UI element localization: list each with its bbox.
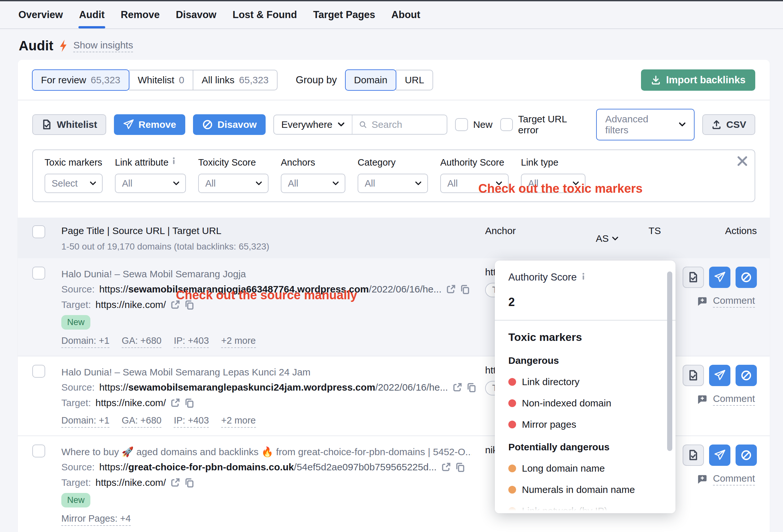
external-link-icon[interactable] <box>170 478 180 488</box>
popup-scrollbar[interactable] <box>667 272 672 451</box>
top-nav: Overview Audit Remove Disavow Lost & Fou… <box>0 1 783 29</box>
segment-for-review[interactable]: For review 65,323 <box>32 69 129 91</box>
copy-icon[interactable] <box>460 284 470 294</box>
nav-tab-audit[interactable]: Audit <box>79 2 105 28</box>
chevron-down-icon <box>679 122 686 127</box>
group-by-segments: Domain URL <box>345 70 433 90</box>
comment-link[interactable]: Comment <box>697 473 755 486</box>
segment-label: Whitelist <box>138 74 174 86</box>
disavow-button[interactable]: Disavow <box>193 114 266 135</box>
copy-icon[interactable] <box>185 398 194 408</box>
link-attribute-select[interactable]: All <box>115 174 186 193</box>
actions-column-header: Actions <box>680 225 757 252</box>
target-url[interactable]: https://nike.com/ <box>96 395 166 411</box>
external-link-icon[interactable] <box>441 462 451 472</box>
new-checkbox[interactable] <box>455 118 468 131</box>
info-icon <box>581 273 586 280</box>
columns-title: Page Title | Source URL | Target URL <box>61 225 472 236</box>
source-url[interactable]: https://sewamobilsemaranglepaskunci24jam… <box>99 380 448 395</box>
nav-tab-disavow[interactable]: Disavow <box>175 2 217 28</box>
remove-action-button[interactable] <box>709 365 730 386</box>
toxic-markers-title: Toxic markers <box>508 331 661 343</box>
close-icon[interactable] <box>736 155 749 167</box>
toxic-marker-item: Mirror pages <box>508 419 661 430</box>
ga-meta-link[interactable]: GA: +680 <box>122 415 161 428</box>
select-all-checkbox[interactable] <box>32 225 45 238</box>
nav-tab-overview[interactable]: Overview <box>18 2 64 28</box>
disavow-action-button[interactable] <box>735 365 757 386</box>
toxic-marker-item: Non-indexed domain <box>508 398 661 409</box>
search-combo: Everywhere <box>273 115 447 135</box>
comment-link[interactable]: Comment <box>697 295 755 308</box>
whitelist-action-button[interactable] <box>683 267 704 288</box>
filter-label: Anchors <box>281 157 345 168</box>
nav-tab-lost-found[interactable]: Lost & Found <box>232 2 297 28</box>
new-filter[interactable]: New <box>455 118 493 131</box>
disavow-action-button[interactable] <box>735 444 757 466</box>
search-icon <box>359 120 367 129</box>
target-url[interactable]: https://nike.com/ <box>96 297 166 312</box>
doc-check-icon <box>687 272 699 283</box>
new-badge: New <box>61 315 90 330</box>
segment-count: 65,323 <box>91 74 120 86</box>
search-input[interactable] <box>372 119 440 130</box>
segment-label: All links <box>202 74 234 86</box>
anchor-column-header: Anchor <box>472 225 585 252</box>
remove-action-button[interactable] <box>709 444 730 466</box>
group-by-url[interactable]: URL <box>396 70 433 90</box>
more-meta-link[interactable]: +2 more <box>221 335 256 348</box>
whitelist-button[interactable]: Whitelist <box>32 114 106 135</box>
mirror-pages-meta-link[interactable]: Mirror Pages: +4 <box>61 513 131 526</box>
toxicity-score-select[interactable]: All <box>198 174 269 193</box>
category-select[interactable]: All <box>357 174 428 193</box>
domain-meta-link[interactable]: Domain: +1 <box>61 415 109 428</box>
segment-all-links[interactable]: All links 65,323 <box>193 70 278 90</box>
target-url[interactable]: https://nike.com/ <box>96 475 166 490</box>
copy-icon[interactable] <box>456 462 465 472</box>
toxic-markers-select[interactable]: Select <box>44 174 103 193</box>
show-insights-link[interactable]: Show insights <box>73 40 133 52</box>
advanced-filters-dropdown[interactable]: Advanced filters <box>596 109 695 140</box>
copy-icon[interactable] <box>185 478 194 488</box>
row-checkbox[interactable] <box>32 365 45 378</box>
target-url-error-filter[interactable]: Target URL error <box>500 114 588 135</box>
toxicity-score-popup: Authority Score 2 Toxic markers Dangerou… <box>495 260 676 513</box>
remove-button[interactable]: Remove <box>114 114 185 135</box>
import-backlinks-button[interactable]: Import backlinks <box>641 69 755 91</box>
paper-plane-icon <box>714 370 725 381</box>
scope-dropdown[interactable]: Everywhere <box>274 119 351 130</box>
segment-whitelist[interactable]: Whitelist 0 <box>129 70 193 90</box>
paper-plane-icon <box>714 449 725 461</box>
chevron-down-icon <box>256 181 262 186</box>
comment-link[interactable]: Comment <box>697 393 755 406</box>
whitelist-action-button[interactable] <box>683 444 704 466</box>
disavow-action-button[interactable] <box>735 267 757 288</box>
source-url[interactable]: https://great-choice-for-pbn-domains.co.… <box>99 459 437 475</box>
row-checkbox[interactable] <box>32 444 45 458</box>
block-icon <box>741 272 752 283</box>
anchors-select[interactable]: All <box>281 174 345 193</box>
external-link-icon[interactable] <box>452 382 462 392</box>
nav-tab-remove[interactable]: Remove <box>120 2 160 28</box>
whitelist-action-button[interactable] <box>683 365 704 386</box>
nav-tab-target-pages[interactable]: Target Pages <box>312 2 376 28</box>
row-main: Halo Dunia! – Sewa Mobil Semarang Lepas … <box>61 365 472 428</box>
segment-count: 65,323 <box>239 74 269 86</box>
domain-meta-link[interactable]: Domain: +1 <box>61 335 109 348</box>
select-value: All <box>365 178 375 189</box>
remove-action-button[interactable] <box>709 267 730 288</box>
as-column-header[interactable]: AS <box>585 225 630 252</box>
more-meta-link[interactable]: +2 more <box>221 415 256 428</box>
info-icon <box>172 157 176 164</box>
row-checkbox[interactable] <box>32 267 45 280</box>
external-link-icon[interactable] <box>446 284 456 294</box>
export-csv-button[interactable]: CSV <box>702 114 755 135</box>
ip-meta-link[interactable]: IP: +403 <box>174 335 209 348</box>
external-link-icon[interactable] <box>170 398 180 408</box>
ga-meta-link[interactable]: GA: +680 <box>122 335 161 348</box>
potential-dot <box>508 465 516 472</box>
group-by-domain[interactable]: Domain <box>345 69 396 91</box>
target-url-error-checkbox[interactable] <box>500 118 513 131</box>
nav-tab-about[interactable]: About <box>391 2 421 28</box>
ip-meta-link[interactable]: IP: +403 <box>174 415 209 428</box>
